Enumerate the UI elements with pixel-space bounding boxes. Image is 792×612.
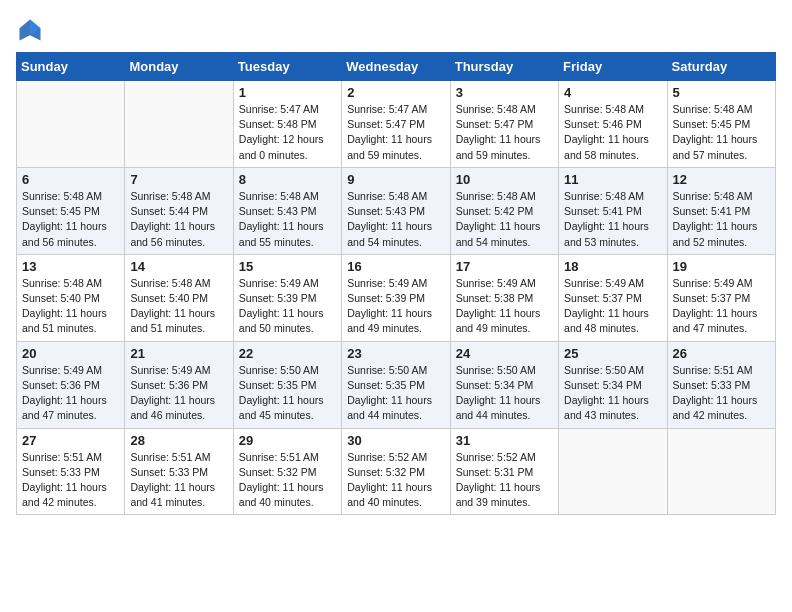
calendar-day: [125, 81, 233, 168]
day-number: 16: [347, 259, 444, 274]
calendar-day: 29Sunrise: 5:51 AMSunset: 5:32 PMDayligh…: [233, 428, 341, 515]
weekday-header-friday: Friday: [559, 53, 667, 81]
day-info: Sunrise: 5:48 AMSunset: 5:41 PMDaylight:…: [564, 189, 661, 250]
calendar-day: 11Sunrise: 5:48 AMSunset: 5:41 PMDayligh…: [559, 167, 667, 254]
weekday-header-thursday: Thursday: [450, 53, 558, 81]
calendar-day: 24Sunrise: 5:50 AMSunset: 5:34 PMDayligh…: [450, 341, 558, 428]
calendar-day: 21Sunrise: 5:49 AMSunset: 5:36 PMDayligh…: [125, 341, 233, 428]
day-number: 11: [564, 172, 661, 187]
day-number: 23: [347, 346, 444, 361]
calendar-day: 25Sunrise: 5:50 AMSunset: 5:34 PMDayligh…: [559, 341, 667, 428]
day-info: Sunrise: 5:50 AMSunset: 5:35 PMDaylight:…: [347, 363, 444, 424]
day-number: 1: [239, 85, 336, 100]
day-info: Sunrise: 5:50 AMSunset: 5:35 PMDaylight:…: [239, 363, 336, 424]
day-info: Sunrise: 5:48 AMSunset: 5:43 PMDaylight:…: [347, 189, 444, 250]
day-number: 22: [239, 346, 336, 361]
day-number: 18: [564, 259, 661, 274]
day-number: 15: [239, 259, 336, 274]
calendar-day: 4Sunrise: 5:48 AMSunset: 5:46 PMDaylight…: [559, 81, 667, 168]
day-info: Sunrise: 5:47 AMSunset: 5:47 PMDaylight:…: [347, 102, 444, 163]
day-number: 29: [239, 433, 336, 448]
logo: [16, 16, 48, 44]
calendar-day: 18Sunrise: 5:49 AMSunset: 5:37 PMDayligh…: [559, 254, 667, 341]
calendar-day: 1Sunrise: 5:47 AMSunset: 5:48 PMDaylight…: [233, 81, 341, 168]
day-number: 3: [456, 85, 553, 100]
weekday-header-sunday: Sunday: [17, 53, 125, 81]
day-number: 4: [564, 85, 661, 100]
calendar-table: SundayMondayTuesdayWednesdayThursdayFrid…: [16, 52, 776, 515]
day-info: Sunrise: 5:48 AMSunset: 5:40 PMDaylight:…: [130, 276, 227, 337]
day-info: Sunrise: 5:51 AMSunset: 5:33 PMDaylight:…: [673, 363, 770, 424]
day-info: Sunrise: 5:52 AMSunset: 5:31 PMDaylight:…: [456, 450, 553, 511]
day-number: 5: [673, 85, 770, 100]
calendar-day: 14Sunrise: 5:48 AMSunset: 5:40 PMDayligh…: [125, 254, 233, 341]
day-info: Sunrise: 5:51 AMSunset: 5:32 PMDaylight:…: [239, 450, 336, 511]
calendar-day: 22Sunrise: 5:50 AMSunset: 5:35 PMDayligh…: [233, 341, 341, 428]
calendar-day: 10Sunrise: 5:48 AMSunset: 5:42 PMDayligh…: [450, 167, 558, 254]
day-number: 7: [130, 172, 227, 187]
day-info: Sunrise: 5:49 AMSunset: 5:38 PMDaylight:…: [456, 276, 553, 337]
calendar-day: 19Sunrise: 5:49 AMSunset: 5:37 PMDayligh…: [667, 254, 775, 341]
weekday-header-tuesday: Tuesday: [233, 53, 341, 81]
page-header: [16, 16, 776, 44]
day-info: Sunrise: 5:48 AMSunset: 5:46 PMDaylight:…: [564, 102, 661, 163]
day-info: Sunrise: 5:50 AMSunset: 5:34 PMDaylight:…: [564, 363, 661, 424]
calendar-day: 13Sunrise: 5:48 AMSunset: 5:40 PMDayligh…: [17, 254, 125, 341]
day-info: Sunrise: 5:48 AMSunset: 5:43 PMDaylight:…: [239, 189, 336, 250]
day-number: 27: [22, 433, 119, 448]
day-info: Sunrise: 5:52 AMSunset: 5:32 PMDaylight:…: [347, 450, 444, 511]
calendar-day: 6Sunrise: 5:48 AMSunset: 5:45 PMDaylight…: [17, 167, 125, 254]
day-number: 25: [564, 346, 661, 361]
calendar-day: [667, 428, 775, 515]
day-info: Sunrise: 5:48 AMSunset: 5:41 PMDaylight:…: [673, 189, 770, 250]
day-info: Sunrise: 5:47 AMSunset: 5:48 PMDaylight:…: [239, 102, 336, 163]
calendar-week-3: 13Sunrise: 5:48 AMSunset: 5:40 PMDayligh…: [17, 254, 776, 341]
weekday-header-monday: Monday: [125, 53, 233, 81]
weekday-header-saturday: Saturday: [667, 53, 775, 81]
calendar-day: 3Sunrise: 5:48 AMSunset: 5:47 PMDaylight…: [450, 81, 558, 168]
calendar-week-2: 6Sunrise: 5:48 AMSunset: 5:45 PMDaylight…: [17, 167, 776, 254]
day-number: 20: [22, 346, 119, 361]
calendar-day: 20Sunrise: 5:49 AMSunset: 5:36 PMDayligh…: [17, 341, 125, 428]
day-info: Sunrise: 5:48 AMSunset: 5:40 PMDaylight:…: [22, 276, 119, 337]
calendar-day: 27Sunrise: 5:51 AMSunset: 5:33 PMDayligh…: [17, 428, 125, 515]
calendar-day: 7Sunrise: 5:48 AMSunset: 5:44 PMDaylight…: [125, 167, 233, 254]
calendar-day: 5Sunrise: 5:48 AMSunset: 5:45 PMDaylight…: [667, 81, 775, 168]
day-info: Sunrise: 5:48 AMSunset: 5:45 PMDaylight:…: [673, 102, 770, 163]
day-number: 13: [22, 259, 119, 274]
day-info: Sunrise: 5:49 AMSunset: 5:37 PMDaylight:…: [673, 276, 770, 337]
logo-icon: [16, 16, 44, 44]
calendar-week-5: 27Sunrise: 5:51 AMSunset: 5:33 PMDayligh…: [17, 428, 776, 515]
day-number: 30: [347, 433, 444, 448]
calendar-day: [559, 428, 667, 515]
calendar-day: 28Sunrise: 5:51 AMSunset: 5:33 PMDayligh…: [125, 428, 233, 515]
calendar-day: 26Sunrise: 5:51 AMSunset: 5:33 PMDayligh…: [667, 341, 775, 428]
weekday-header-wednesday: Wednesday: [342, 53, 450, 81]
day-number: 26: [673, 346, 770, 361]
day-info: Sunrise: 5:50 AMSunset: 5:34 PMDaylight:…: [456, 363, 553, 424]
day-number: 12: [673, 172, 770, 187]
day-number: 8: [239, 172, 336, 187]
day-number: 24: [456, 346, 553, 361]
calendar-week-4: 20Sunrise: 5:49 AMSunset: 5:36 PMDayligh…: [17, 341, 776, 428]
calendar-day: [17, 81, 125, 168]
day-info: Sunrise: 5:49 AMSunset: 5:39 PMDaylight:…: [347, 276, 444, 337]
day-number: 28: [130, 433, 227, 448]
calendar-day: 16Sunrise: 5:49 AMSunset: 5:39 PMDayligh…: [342, 254, 450, 341]
calendar-day: 30Sunrise: 5:52 AMSunset: 5:32 PMDayligh…: [342, 428, 450, 515]
day-info: Sunrise: 5:49 AMSunset: 5:37 PMDaylight:…: [564, 276, 661, 337]
day-number: 19: [673, 259, 770, 274]
day-info: Sunrise: 5:48 AMSunset: 5:47 PMDaylight:…: [456, 102, 553, 163]
calendar-day: 23Sunrise: 5:50 AMSunset: 5:35 PMDayligh…: [342, 341, 450, 428]
calendar-day: 12Sunrise: 5:48 AMSunset: 5:41 PMDayligh…: [667, 167, 775, 254]
day-number: 31: [456, 433, 553, 448]
calendar-day: 31Sunrise: 5:52 AMSunset: 5:31 PMDayligh…: [450, 428, 558, 515]
day-number: 10: [456, 172, 553, 187]
day-info: Sunrise: 5:49 AMSunset: 5:39 PMDaylight:…: [239, 276, 336, 337]
day-info: Sunrise: 5:49 AMSunset: 5:36 PMDaylight:…: [130, 363, 227, 424]
day-number: 6: [22, 172, 119, 187]
weekday-header-row: SundayMondayTuesdayWednesdayThursdayFrid…: [17, 53, 776, 81]
day-info: Sunrise: 5:48 AMSunset: 5:45 PMDaylight:…: [22, 189, 119, 250]
day-info: Sunrise: 5:48 AMSunset: 5:42 PMDaylight:…: [456, 189, 553, 250]
calendar-day: 15Sunrise: 5:49 AMSunset: 5:39 PMDayligh…: [233, 254, 341, 341]
